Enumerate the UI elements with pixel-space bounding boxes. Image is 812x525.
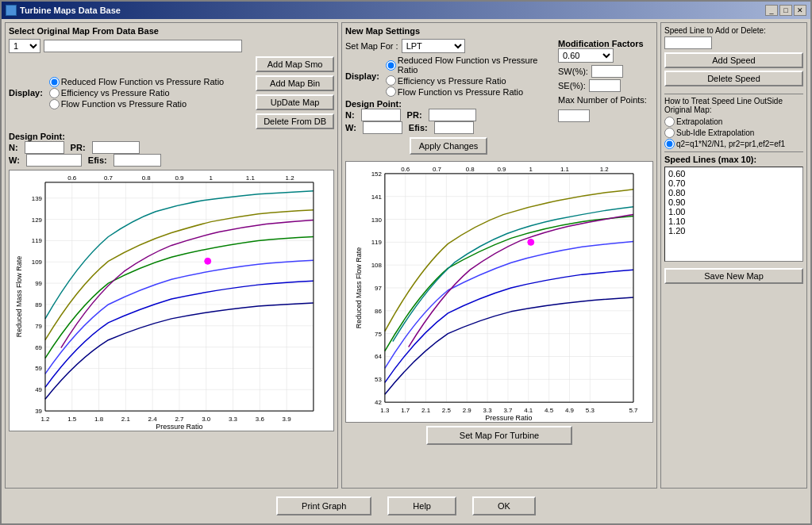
svg-text:1.2: 1.2 (600, 166, 610, 173)
update-map-button[interactable]: UpDate Map (256, 94, 334, 110)
svg-text:2.9: 2.9 (463, 407, 472, 414)
speed-line-0.70: 0.70 (667, 178, 801, 188)
svg-point-82 (528, 239, 534, 245)
left-dp-fields2: W: 111.2043 Efis: 0.9267 (9, 154, 334, 167)
add-map-smo-button[interactable]: Add Map Smo (256, 56, 334, 72)
print-graph-button[interactable]: Print Graph (276, 496, 371, 515)
delete-from-db-button[interactable]: Delete From DB (256, 113, 334, 129)
svg-text:1.7: 1.7 (401, 407, 410, 414)
save-new-map-button[interactable]: Save New Map (664, 268, 803, 284)
svg-text:79: 79 (35, 323, 42, 330)
svg-text:1: 1 (529, 166, 533, 173)
right-w-input[interactable]: 120 (363, 121, 402, 134)
svg-text:2.1: 2.1 (421, 407, 431, 414)
right-display-label: Display: (345, 71, 379, 81)
left-buttons-column: Add Map Smo Add Map Bin UpDate Map Delet… (256, 56, 334, 129)
radio-sub-idle[interactable]: Sub-Idle Extrapolation (664, 128, 803, 138)
svg-text:1.8: 1.8 (94, 416, 104, 423)
svg-text:Pressure Ratio: Pressure Ratio (485, 414, 532, 422)
map-index-select[interactable]: 123 (9, 39, 40, 53)
right-n-input[interactable]: 1 (361, 109, 401, 121)
svg-text:53: 53 (375, 376, 382, 383)
svg-text:69: 69 (35, 344, 42, 351)
close-button[interactable]: ✕ (794, 5, 806, 16)
svg-text:3.0: 3.0 (202, 416, 211, 423)
svg-text:59: 59 (35, 365, 42, 372)
title-controls: _ □ ✕ (765, 5, 806, 16)
far-right-panel: Speed Line to Add or Delete: 1 Add Speed… (660, 22, 807, 489)
set-map-for-select[interactable]: LPTHPTFan (402, 39, 465, 53)
se-row: SE(%): 0 (558, 79, 653, 92)
se-label: SE(%): (558, 81, 586, 90)
bottom-buttons: Print Graph Help OK (5, 492, 807, 520)
max-points-row: Max Number of Points: 10 (558, 95, 653, 122)
right-radio-efficiency[interactable]: Efficiency vs Pressure Ratio (386, 75, 552, 86)
left-dp-fields: N: 1 PR: 2.7889 (9, 141, 334, 154)
svg-text:1.2: 1.2 (286, 174, 295, 182)
w-input[interactable]: 111.2043 (26, 154, 82, 167)
map-name-input[interactable]: AGARD two-stage turbine ref AGARD LS 83 (44, 40, 242, 52)
radio-flow-function[interactable]: Flow Function vs Pressure Ratio (49, 99, 224, 109)
svg-text:0.8: 0.8 (466, 166, 475, 173)
right-radio-flow[interactable]: Flow Function vs Pressure Ratio (386, 86, 552, 97)
sw-row: SW(%): 0 (558, 65, 653, 78)
radio-extrapolation[interactable]: Extrapolation (664, 117, 803, 127)
right-design-point-label: Design Point: (345, 99, 402, 109)
ok-button[interactable]: OK (472, 496, 536, 515)
svg-text:1: 1 (209, 174, 213, 182)
minimize-button[interactable]: _ (765, 5, 778, 16)
efis-input[interactable]: 0.9267 (114, 154, 161, 167)
speed-lines-label: Speed Lines (max 10): (664, 155, 803, 164)
add-map-bin-button[interactable]: Add Map Bin (256, 75, 334, 91)
max-points-input[interactable]: 10 (558, 109, 590, 122)
speed-line-1.20: 1.20 (667, 226, 801, 236)
set-map-turbine-row: Set Map For Turbine (345, 426, 653, 445)
right-panel-title: New Map Settings (345, 26, 653, 36)
svg-text:1.5: 1.5 (67, 416, 77, 423)
add-speed-button[interactable]: Add Speed (664, 52, 803, 68)
right-chart-svg: 1.3 1.7 2.1 2.5 2.9 3.3 3.7 4.1 4.5 4.9 … (346, 162, 652, 422)
radio-reduced-flow[interactable]: Reduced Flow Function vs Pressure Ratio (49, 77, 224, 87)
se-input[interactable]: 0 (589, 79, 621, 92)
right-chart: 1.3 1.7 2.1 2.5 2.9 3.3 3.7 4.1 4.5 4.9 … (345, 161, 653, 423)
main-window: Turbine Maps Data Base _ □ ✕ Select Orig… (0, 0, 812, 525)
speed-line-0.90: 0.90 (667, 197, 801, 207)
svg-text:4.1: 4.1 (524, 407, 533, 414)
maximize-button[interactable]: □ (779, 5, 792, 16)
left-design-point: Design Point: N: 1 PR: 2.7889 W: 111.204… (9, 132, 334, 167)
n-input[interactable]: 1 (25, 141, 64, 154)
speed-line-section: Speed Line to Add or Delete: 1 (664, 26, 803, 49)
left-panel-title: Select Original Map From Data Base (9, 26, 334, 36)
svg-text:119: 119 (32, 237, 43, 244)
sw-input[interactable]: 0 (591, 65, 623, 78)
apply-changes-button[interactable]: Apply Changes (410, 137, 488, 155)
right-display-section: Display: Reduced Flow Function vs Pressu… (345, 56, 552, 97)
delete-speed-button[interactable]: Delete Speed (664, 71, 803, 86)
speed-line-label: Speed Line to Add or Delete: (664, 26, 803, 35)
n-label: N: (9, 143, 18, 152)
svg-text:99: 99 (35, 280, 42, 287)
svg-text:0.6: 0.6 (67, 174, 77, 182)
svg-text:Reduced Mass Flow Rate: Reduced Mass Flow Rate (355, 247, 363, 328)
svg-text:108: 108 (371, 262, 383, 269)
display-label: Display: (9, 88, 43, 98)
mod-factor-select[interactable]: 0.600.700.80 0.901.001.101.20 (558, 48, 614, 63)
svg-text:4.9: 4.9 (565, 407, 575, 414)
right-radio-reduced[interactable]: Reduced Flow Function vs Pressure Ratio (386, 56, 552, 75)
pr-input[interactable]: 2.7889 (92, 141, 140, 154)
help-button[interactable]: Help (387, 496, 456, 515)
radio-q2[interactable]: q2=q1*N2/N1, pr2=pr1,ef2=ef1 (664, 139, 803, 149)
speed-line-input[interactable]: 1 (664, 36, 712, 49)
right-efis-input[interactable]: 0.90 (434, 121, 474, 134)
left-chart: 1.2 1.5 1.8 2.1 2.4 2.7 3.0 3.3 3.6 3.9 (9, 170, 334, 431)
svg-text:42: 42 (375, 399, 382, 406)
main-content: Select Original Map From Data Base 123 A… (2, 19, 810, 523)
radio-efficiency[interactable]: Efficiency vs Pressure Ratio (49, 88, 224, 98)
svg-text:4.5: 4.5 (545, 407, 554, 414)
left-panel: Select Original Map From Data Base 123 A… (5, 22, 338, 489)
set-map-for-label: Set Map For : (345, 41, 398, 51)
svg-text:3.9: 3.9 (283, 416, 292, 423)
svg-text:1.1: 1.1 (246, 174, 256, 182)
right-pr-input[interactable]: 4 (429, 109, 476, 121)
set-map-turbine-button[interactable]: Set Map For Turbine (426, 426, 572, 445)
